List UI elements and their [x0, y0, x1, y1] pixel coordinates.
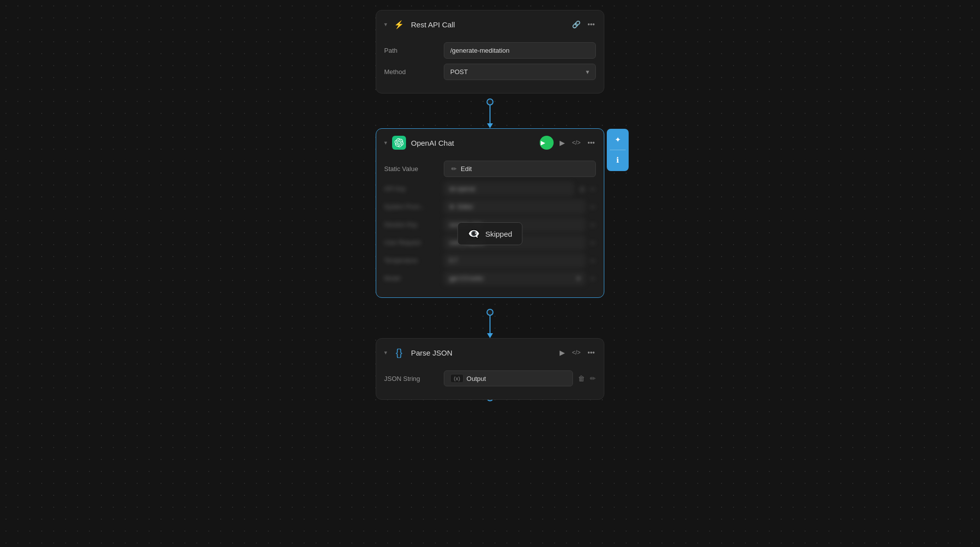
temperature-value: 0.7 — [444, 254, 585, 268]
output-var: (x) — [450, 374, 464, 383]
floating-toolbar: ✦ ℹ — [607, 129, 629, 171]
more-button[interactable]: ••• — [586, 19, 596, 29]
openai-icon — [392, 136, 406, 150]
json-string-edit[interactable]: ✏ — [590, 374, 596, 382]
system-prompt-row: System Prom... ⚙ Editor ✏ — [384, 200, 596, 214]
path-value[interactable]: /generate-meditation — [444, 42, 596, 59]
parse-json-body: JSON String (x) Output 🗑 ✏ — [376, 366, 604, 399]
method-select[interactable]: POST ▾ — [444, 64, 596, 80]
session-key-label: Session Key — [384, 221, 439, 228]
path-label: Path — [384, 47, 439, 54]
collapse-chevron[interactable]: ▾ — [384, 21, 387, 28]
model-edit[interactable]: ✏ — [590, 275, 596, 282]
json-icon: {} — [392, 346, 406, 360]
skipped-label: Skipped — [485, 230, 512, 238]
svg-point-4 — [487, 309, 493, 315]
openai-header: ▾ OpenAI Chat ▶ ▶ </> ••• — [376, 129, 604, 157]
openai-collapse-chevron[interactable]: ▾ — [384, 139, 387, 146]
parse-json-header: ▾ {} Parse JSON ▶ </> ••• — [376, 339, 604, 366]
json-string-delete[interactable]: 🗑 — [578, 374, 585, 382]
info-toolbar-button[interactable]: ℹ — [610, 152, 626, 168]
skipped-overlay: 👁‍🗨 Skipped — [457, 222, 522, 245]
svg-marker-2 — [487, 123, 493, 128]
json-string-row: JSON String (x) Output 🗑 ✏ — [384, 370, 596, 386]
parse-json-chevron[interactable]: ▾ — [384, 349, 387, 356]
static-value-label: Static Value — [384, 165, 439, 173]
api-key-row: API Key sk-openai 🗑 ✏ — [384, 182, 596, 196]
parse-json-title: Parse JSON — [411, 349, 554, 357]
temperature-edit[interactable]: ✏ — [590, 257, 596, 265]
system-prompt-label: System Prom... — [384, 203, 439, 210]
rest-api-header: ▾ ⚡ Rest API Call 🔗 ••• — [376, 10, 604, 38]
skipped-icon: 👁‍🗨 — [468, 228, 480, 240]
rest-api-body: Path /generate-meditation Method POST ▾ — [376, 38, 604, 93]
user-request-label: User Request — [384, 239, 439, 246]
system-prompt-edit[interactable]: ✏ — [590, 203, 596, 211]
parse-json-play[interactable]: ▶ — [559, 348, 566, 358]
openai-body: Static Value ✏ Edit API Key sk-openai 🗑 … — [376, 157, 604, 297]
api-key-delete[interactable]: 🗑 — [579, 185, 585, 193]
play-outline-button[interactable]: ▶ — [559, 138, 566, 148]
model-label: Model — [384, 275, 439, 282]
rest-api-title: Rest API Call — [411, 20, 566, 29]
api-key-edit[interactable]: ✏ — [590, 185, 596, 193]
method-label: Method — [384, 68, 439, 76]
output-label: Output — [467, 375, 486, 382]
model-row: Model gpt-3.5-turbo ▾ ✏ — [384, 272, 596, 285]
parse-json-node: ▾ {} Parse JSON ▶ </> ••• JSON String (x… — [376, 338, 604, 400]
svg-point-1 — [487, 99, 493, 105]
json-string-label: JSON String — [384, 375, 439, 382]
path-field-row: Path /generate-meditation — [384, 42, 596, 59]
flash-icon: ⚡ — [392, 17, 406, 31]
wand-toolbar-button[interactable]: ✦ — [610, 132, 626, 148]
blurred-fields-container: API Key sk-openai 🗑 ✏ System Prom... ⚙ E… — [384, 182, 596, 285]
rest-api-node: ▾ ⚡ Rest API Call 🔗 ••• Path /generate-m… — [376, 10, 604, 93]
play-filled-button[interactable]: ▶ — [540, 136, 554, 150]
openai-title: OpenAI Chat — [411, 139, 535, 147]
method-field-row: Method POST ▾ — [384, 64, 596, 80]
more-button-openai[interactable]: ••• — [586, 138, 596, 148]
api-key-label: API Key — [384, 185, 439, 192]
static-value-row: Static Value ✏ Edit — [384, 161, 596, 177]
temperature-label: Temperature — [384, 257, 439, 264]
temperature-row: Temperature 0.7 ✏ — [384, 254, 596, 268]
model-value: gpt-3.5-turbo ▾ — [444, 272, 585, 285]
system-prompt-value: ⚙ Editor — [444, 200, 585, 214]
api-key-value: sk-openai — [444, 182, 574, 196]
session-key-edit[interactable]: ✏ — [590, 221, 596, 229]
user-request-edit[interactable]: ✏ — [590, 239, 596, 247]
toolbar-divider — [610, 150, 626, 150]
svg-marker-5 — [487, 333, 493, 338]
link-button[interactable]: 🔗 — [571, 19, 581, 29]
output-badge: (x) Output — [444, 370, 573, 386]
openai-chat-node: ▾ OpenAI Chat ▶ ▶ </> ••• Static Value ✏ — [376, 128, 604, 298]
code-button[interactable]: </> — [571, 138, 581, 147]
edit-button[interactable]: ✏ Edit — [444, 161, 596, 177]
parse-json-code[interactable]: </> — [571, 348, 581, 357]
parse-json-more[interactable]: ••• — [586, 348, 596, 358]
